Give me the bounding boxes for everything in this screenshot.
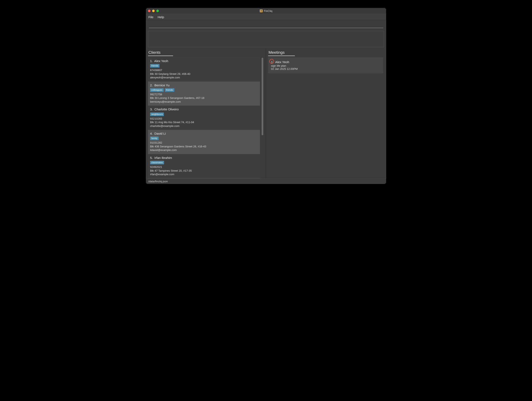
client-phone: 93210283 xyxy=(150,117,258,121)
client-email: charlotte@example.com xyxy=(150,124,258,128)
menubar: File Help xyxy=(146,14,386,20)
tag: neighbours xyxy=(150,112,164,116)
statusbar: ./data/fincliq.json xyxy=(146,179,386,184)
client-email: lidavid@example.com xyxy=(150,148,258,152)
status-path: ./data/fincliq.json xyxy=(147,180,168,183)
client-phone: 91031282 xyxy=(150,141,258,145)
meeting-card[interactable]: 1. Alex Yeoh sign life plan 02 Jan 2025 … xyxy=(268,57,383,73)
client-name: Irfan Ibrahim xyxy=(154,156,172,160)
minimize-icon[interactable] xyxy=(152,10,155,12)
tag: family xyxy=(150,136,159,140)
menu-help[interactable]: Help xyxy=(158,15,164,19)
close-icon[interactable] xyxy=(148,10,151,12)
client-email: alexyeoh@example.com xyxy=(150,76,258,80)
meeting-datetime: 02 Jan 2025 12.00PM xyxy=(271,67,380,70)
client-card[interactable]: 4. David Li family 91031282 Blk 436 Sera… xyxy=(148,130,260,154)
clients-panel: Clients 1. Alex Yeoh friends 87438807 Bl… xyxy=(146,49,266,179)
client-card[interactable]: 1. Alex Yeoh friends 87438807 Blk 30 Gey… xyxy=(148,57,260,81)
client-name: Charlotte Oliveiro xyxy=(154,107,179,111)
window-controls xyxy=(148,10,159,12)
client-phone: 87438807 xyxy=(150,68,258,72)
app-icon xyxy=(260,9,263,12)
client-address: Blk 47 Tampines Street 20, #17-35 xyxy=(150,169,258,173)
client-card[interactable]: 6. Roy Balakrishnan xyxy=(148,178,260,179)
client-address: Blk 30 Geylang Street 29, #06-40 xyxy=(150,72,258,76)
tag: friends xyxy=(165,88,174,92)
meeting-name: Alex Yeoh xyxy=(275,60,289,64)
output-area xyxy=(148,31,384,47)
meetings-title-underline xyxy=(268,56,295,56)
clients-scrollbar[interactable] xyxy=(262,58,263,135)
client-address: Blk 11 Ang Mo Kio Street 74, #11-04 xyxy=(150,120,258,124)
client-index: 2. xyxy=(150,83,153,87)
clients-title-underline xyxy=(148,56,173,56)
client-card[interactable]: 5. Irfan Ibrahim classmates 92492021 Blk… xyxy=(148,154,260,178)
meetings-list[interactable]: 1. Alex Yeoh sign life plan 02 Jan 2025 … xyxy=(268,57,384,73)
client-index: 3. xyxy=(150,107,153,111)
menu-file[interactable]: File xyxy=(148,15,153,19)
client-phone: 92492021 xyxy=(150,165,258,169)
client-index: 1. xyxy=(150,59,153,63)
client-name: Bernice Yu xyxy=(154,83,170,87)
meetings-panel: Meetings 1. Alex Yeoh sign life plan 02 … xyxy=(266,49,386,179)
client-name: David Li xyxy=(154,132,166,135)
clients-title: Clients xyxy=(148,50,264,56)
titlebar: FinCliq xyxy=(146,8,386,14)
window-title: FinCliq xyxy=(146,9,386,12)
client-card[interactable]: 3. Charlotte Oliveiro neighbours 9321028… xyxy=(148,105,260,130)
client-card[interactable]: 2. Bernice Yu colleagues friends 9927275… xyxy=(148,81,260,106)
command-bar xyxy=(146,20,386,29)
client-address: Blk 436 Serangoon Gardens Street 26, #16… xyxy=(150,145,258,148)
client-address: Blk 30 Lorong 3 Serangoon Gardens, #07-1… xyxy=(150,96,258,100)
client-phone: 99272758 xyxy=(150,93,258,96)
app-window: FinCliq File Help Clients 1. Alex Yeoh xyxy=(146,8,386,184)
command-input[interactable] xyxy=(149,23,383,28)
window-title-text: FinCliq xyxy=(264,9,272,12)
clients-list[interactable]: 1. Alex Yeoh friends 87438807 Blk 30 Gey… xyxy=(148,57,264,179)
tag: colleagues xyxy=(150,88,164,92)
tag: friends xyxy=(150,64,159,68)
client-index: 4. xyxy=(150,132,153,135)
client-name: Alex Yeoh xyxy=(154,59,168,63)
client-index: 5. xyxy=(150,156,153,160)
client-email: irfan@example.com xyxy=(150,173,258,176)
meeting-index: 1. xyxy=(271,60,274,64)
clients-list-wrap: 1. Alex Yeoh friends 87438807 Blk 30 Gey… xyxy=(148,57,264,179)
output-area-wrap xyxy=(146,29,386,49)
zoom-icon[interactable] xyxy=(156,10,159,12)
tag: classmates xyxy=(150,161,164,164)
meeting-desc: sign life plan xyxy=(271,64,380,67)
svg-point-0 xyxy=(261,10,262,11)
meetings-title: Meetings xyxy=(268,50,384,56)
panels: Clients 1. Alex Yeoh friends 87438807 Bl… xyxy=(146,49,386,179)
client-email: berniceyu@example.com xyxy=(150,100,258,104)
